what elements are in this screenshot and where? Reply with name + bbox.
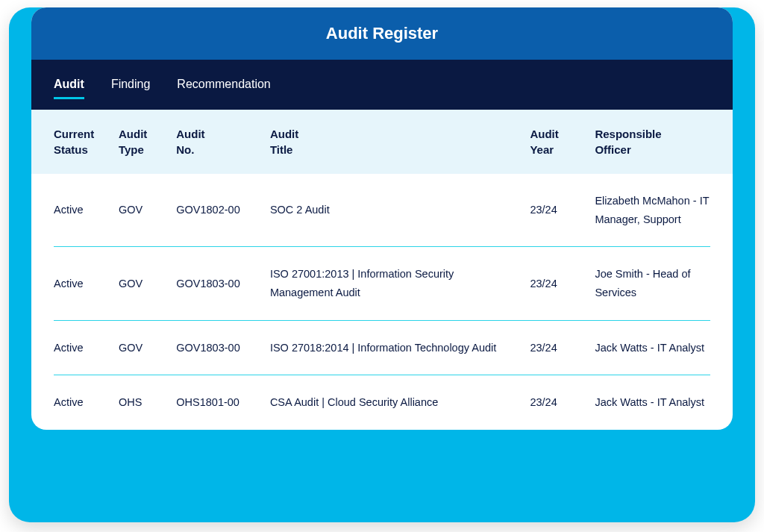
cell-no: GOV1803-00 (176, 339, 270, 357)
tab-finding[interactable]: Finding (111, 78, 150, 99)
tabs: Audit Finding Recommendation (31, 60, 733, 110)
cell-type: GOV (119, 275, 176, 293)
cell-status: Active (54, 339, 119, 357)
register-card: Audit Register Audit Finding Recommendat… (31, 7, 733, 430)
cell-no: GOV1803-00 (176, 275, 270, 293)
col-header-year: AuditYear (530, 126, 595, 157)
app-frame: Audit Register Audit Finding Recommendat… (9, 7, 755, 522)
table-row[interactable]: Active GOV GOV1803-00 ISO 27018:2014 | I… (31, 321, 733, 375)
table-body: Active GOV GOV1802-00 SOC 2 Audit 23/24 … (31, 174, 733, 430)
cell-type: GOV (119, 201, 176, 219)
cell-officer: Jack Watts - IT Analyst (595, 339, 710, 357)
col-header-status: CurrentStatus (54, 126, 119, 157)
cell-officer: Jack Watts - IT Analyst (595, 393, 710, 412)
cell-officer: Joe Smith - Head of Services (595, 265, 710, 301)
cell-type: OHS (119, 393, 176, 412)
cell-status: Active (54, 275, 119, 293)
cell-year: 23/24 (530, 393, 595, 412)
col-header-officer: ResponsibleOfficer (595, 126, 710, 157)
page-title: Audit Register (31, 7, 733, 60)
table-row[interactable]: Active OHS OHS1801-00 CSA Audit | Cloud … (31, 375, 733, 430)
cell-no: OHS1801-00 (176, 393, 270, 412)
tab-recommendation[interactable]: Recommendation (177, 78, 270, 99)
cell-title: CSA Audit | Cloud Security Alliance (270, 393, 530, 412)
cell-status: Active (54, 393, 119, 412)
col-header-type: AuditType (119, 126, 176, 157)
cell-no: GOV1802-00 (176, 201, 270, 219)
cell-year: 23/24 (530, 201, 595, 219)
cell-type: GOV (119, 339, 176, 357)
table-row[interactable]: Active GOV GOV1802-00 SOC 2 Audit 23/24 … (31, 174, 733, 246)
col-header-no: AuditNo. (176, 126, 270, 157)
tab-audit[interactable]: Audit (54, 78, 84, 99)
cell-title: SOC 2 Audit (270, 201, 530, 219)
table-row[interactable]: Active GOV GOV1803-00 ISO 27001:2013 | I… (31, 247, 733, 319)
cell-year: 23/24 (530, 275, 595, 293)
cell-officer: Elizabeth McMahon - IT Manager, Support (595, 192, 710, 228)
cell-status: Active (54, 201, 119, 219)
col-header-title: AuditTitle (270, 126, 530, 157)
table-header: CurrentStatus AuditType AuditNo. AuditTi… (31, 110, 733, 174)
cell-title: ISO 27001:2013 | Information Security Ma… (270, 265, 530, 301)
cell-title: ISO 27018:2014 | Information Technology … (270, 339, 530, 357)
cell-year: 23/24 (530, 339, 595, 357)
